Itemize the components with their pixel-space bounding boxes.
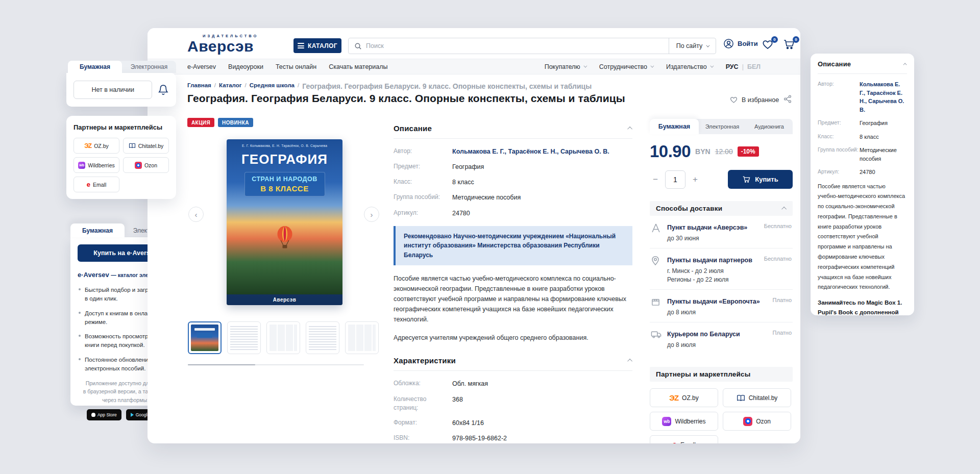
description-paragraph: Пособие является частью учебно-методичес… bbox=[394, 273, 632, 325]
nav-item-cooperation[interactable]: Сотрудничество bbox=[599, 63, 653, 70]
lang-rus[interactable]: РУС bbox=[726, 63, 739, 70]
description-side-panel: Описание Автор:Кольмакова Е. Г., Тарасён… bbox=[811, 54, 914, 315]
bullet-icon bbox=[79, 312, 81, 314]
delivery-header[interactable]: Способы доставки bbox=[650, 201, 793, 216]
chitatel-logo-icon bbox=[129, 143, 136, 148]
marketplace-wildberries-button[interactable]: wbWildberries bbox=[74, 157, 119, 173]
stock-panel: Бумажная Электронная Нет в наличии bbox=[66, 61, 176, 107]
site-header: ИЗДАТЕЛЬСТВО Аверсэв КАТАЛОГ По сайту Во… bbox=[148, 28, 800, 59]
breadcrumb-catalog[interactable]: Каталог bbox=[219, 82, 242, 90]
quantity-increase-button[interactable]: + bbox=[690, 170, 701, 189]
side-panel-header[interactable]: Описание bbox=[818, 60, 907, 74]
quantity-input[interactable] bbox=[665, 170, 685, 189]
field-row: ISBN:978-985-19-6862-2 bbox=[394, 434, 632, 443]
discount-badge: -10% bbox=[738, 146, 759, 157]
thumbnail-page[interactable] bbox=[306, 321, 339, 354]
share-icon bbox=[783, 95, 792, 103]
logo-wordmark: Аверсэв bbox=[187, 39, 258, 54]
field-row: Группа пособий:Методические пособия bbox=[818, 146, 907, 163]
language-switcher: РУС | БЕЛ bbox=[726, 63, 761, 70]
ozon-logo-icon bbox=[743, 417, 752, 426]
description-paragraph: Адресуется учителям учреждений общего ср… bbox=[394, 333, 632, 343]
cover-publisher: Аверсэв bbox=[227, 294, 342, 305]
nav-item-publisher[interactable]: Издательство bbox=[666, 63, 713, 70]
description-header[interactable]: Описание bbox=[394, 124, 632, 139]
breadcrumb-school[interactable]: Средняя школа bbox=[250, 82, 295, 90]
search-scope-select[interactable]: По сайту bbox=[669, 38, 716, 54]
wildberries-logo-icon: wb bbox=[662, 417, 671, 426]
truck-icon bbox=[651, 329, 667, 348]
search-input[interactable] bbox=[366, 42, 669, 49]
lang-bel[interactable]: БЕЛ bbox=[747, 63, 761, 70]
marketplace-chitatel-button[interactable]: Chitatel.by bbox=[123, 138, 169, 154]
field-row: Предмет:География bbox=[818, 119, 907, 128]
characteristics-header[interactable]: Характеристики bbox=[394, 356, 632, 371]
eaversev-wordmark: e·Aversev bbox=[78, 271, 109, 279]
thumbnail-page[interactable] bbox=[227, 321, 261, 354]
tab-paper[interactable]: Бумажная bbox=[68, 61, 122, 73]
field-row: Артикул:24780 bbox=[394, 209, 632, 218]
apple-icon bbox=[91, 413, 95, 417]
side-panel-paragraph: Пособие является частью учебно-методичес… bbox=[818, 182, 907, 293]
nav-item-tests[interactable]: Тесты онлайн bbox=[276, 63, 316, 70]
delivery-option-partners[interactable]: Пункты выдачи партнеровг. Минск - до 2 и… bbox=[650, 248, 793, 290]
user-icon bbox=[723, 38, 734, 49]
share-button[interactable] bbox=[783, 95, 792, 103]
catalog-button[interactable]: КАТАЛОГ bbox=[293, 38, 341, 53]
bullet-icon bbox=[79, 358, 81, 360]
emall-logo-icon: e bbox=[672, 440, 677, 444]
purchase-panel: Бумажная Электронная Аудиокнига 10.90 BY… bbox=[650, 119, 793, 443]
marketplace-wildberries-button[interactable]: wbWildberries bbox=[650, 412, 718, 431]
recommendation-note: Рекомендовано Научно-методическим учрежд… bbox=[394, 226, 632, 266]
cover-subtitle-box: СТРАН И НАРОДОВ В 8 КЛАССЕ bbox=[244, 172, 325, 196]
author-link[interactable]: Кольмакова Е. Г., Тарасёнок Е. Н., Сарыч… bbox=[860, 80, 907, 114]
bullet-icon bbox=[79, 288, 81, 290]
nav-item-buyers[interactable]: Покупателю bbox=[545, 63, 586, 70]
login-button[interactable]: Войти bbox=[723, 38, 758, 49]
add-to-favorites-button[interactable]: В избранное bbox=[729, 96, 779, 104]
thumbnail-page[interactable] bbox=[345, 321, 379, 354]
marketplace-chitatel-button[interactable]: Chitatel.by bbox=[723, 388, 791, 407]
tab-paper[interactable]: Бумажная bbox=[70, 223, 125, 237]
description-section: Описание Автор:Кольмакова Е. Г., Тарасён… bbox=[394, 124, 632, 443]
thumbnail-cover[interactable] bbox=[188, 321, 222, 354]
cart-button[interactable]: 0 bbox=[783, 39, 796, 52]
marketplace-oz-button[interactable]: ЭZOZ.by bbox=[74, 138, 119, 154]
author-link[interactable]: Кольмакова Е. Г., Тарасёнок Е. Н., Сарыч… bbox=[452, 147, 609, 156]
nav-item-video[interactable]: Видеоуроки bbox=[228, 63, 263, 70]
breadcrumb-home[interactable]: Главная bbox=[187, 82, 211, 90]
marketplaces-panel: Партнеры и маркетплейсы ЭZOZ.by Chitatel… bbox=[650, 367, 793, 443]
marketplace-ozon-button[interactable]: Ozon bbox=[123, 157, 169, 173]
favorites-button[interactable]: 0 bbox=[762, 39, 775, 52]
aversev-logo[interactable]: ИЗДАТЕЛЬСТВО Аверсэв bbox=[187, 34, 258, 54]
tab-electronic[interactable]: Электронная bbox=[699, 119, 746, 134]
notify-bell-icon[interactable] bbox=[158, 84, 169, 96]
book-cover[interactable]: Е. Г. Кольмакова, Е. Н. Тарасёнок, О. В.… bbox=[227, 139, 342, 305]
lang-separator: | bbox=[742, 63, 744, 70]
thumbnail-scrollbar[interactable] bbox=[188, 364, 364, 365]
gallery-prev-button[interactable]: ‹ bbox=[188, 207, 204, 222]
marketplace-emall-button[interactable]: eEmall bbox=[650, 435, 718, 443]
delivery-option-europochta[interactable]: Пункты выдачи «Европочта»до 8 июля Платн… bbox=[650, 290, 793, 322]
nav-item-eaversev[interactable]: e-Aversev bbox=[187, 63, 216, 70]
collapse-icon bbox=[627, 127, 632, 132]
marketplace-emall-button[interactable]: eEmall bbox=[74, 177, 119, 192]
field-row: Количество страниц:368 bbox=[394, 395, 632, 413]
buy-button[interactable]: Купить bbox=[728, 170, 793, 189]
collapse-icon bbox=[627, 359, 632, 364]
out-of-stock-button[interactable]: Нет в наличии bbox=[74, 81, 152, 99]
marketplace-ozon-button[interactable]: Ozon bbox=[723, 412, 791, 431]
app-store-badge[interactable]: App Store bbox=[87, 409, 121, 420]
delivery-option-aversev[interactable]: Пункт выдачи «Аверсэв»до 30 июня Бесплат… bbox=[650, 216, 793, 248]
gallery-next-button[interactable]: › bbox=[364, 207, 379, 222]
delivery-option-courier[interactable]: Курьером по Беларусидо 8 июля Платно bbox=[650, 322, 793, 355]
quantity-decrease-button[interactable]: − bbox=[650, 170, 661, 189]
tab-paper[interactable]: Бумажная bbox=[650, 119, 699, 134]
tab-electronic[interactable]: Электронная bbox=[122, 61, 176, 73]
breadcrumb-current: География. География Беларуси. 9 класс. … bbox=[302, 82, 592, 90]
marketplace-oz-button[interactable]: ЭZOZ.by bbox=[650, 388, 718, 407]
nav-item-materials[interactable]: Скачать материалы bbox=[329, 63, 387, 70]
gallery-thumbnails bbox=[188, 321, 379, 354]
thumbnail-page[interactable] bbox=[266, 321, 300, 354]
tab-audiobook[interactable]: Аудиокнига bbox=[746, 119, 793, 134]
